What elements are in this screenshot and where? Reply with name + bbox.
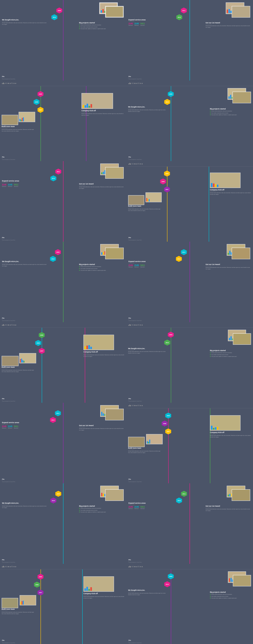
slide-5-2: timeline 2009 2010 We boug xyxy=(126,322,253,403)
year-2007-l: 2007 xyxy=(37,107,43,113)
slide-3-1: 2011 2013 Expand service areas 2145biben… xyxy=(0,161,126,242)
left-expand: Expand service areas 2145bibendum 2145bi… xyxy=(128,19,174,26)
vline-purple xyxy=(63,0,63,80)
stats-expand: 2145bibendum 2145bibendum 5411bibendum xyxy=(128,22,174,26)
slide-footer-2: Pitc h Good template for Great Pitch. xyxy=(128,76,142,80)
year-2005-l: 2005 xyxy=(37,91,43,97)
vline-pink-3 xyxy=(63,161,63,242)
timeline-header-1: timeline xyxy=(0,80,126,86)
year-2013-3: 2013 xyxy=(50,175,56,181)
build-team-section: Build more team Aenean lacinia bibendum … xyxy=(1,112,35,132)
title-big-projects-r: Big projects started xyxy=(210,108,252,110)
bullets-big-projects: Aenean lacinia bibendum nulla sed consec… xyxy=(79,24,125,30)
title-expand: Expand service areas xyxy=(128,19,174,21)
expand-3-content: Expand service areas 2145bibendum 2145bi… xyxy=(2,180,47,187)
right-award: Got our 1st Award Aenean lacinia bibendu… xyxy=(206,22,251,28)
title-kickoff: Company Kick-off xyxy=(81,110,125,112)
year-2011: 2011 xyxy=(181,8,187,14)
row-6: 2011 2013 Expand service areas 2145biben… xyxy=(0,403,253,483)
slide-6-1: 2011 2013 Expand service areas 2145biben… xyxy=(0,403,126,483)
slide-7-2: 2011 2013 Expand service areas 2145biben… xyxy=(126,483,253,564)
company-kickoff-section: Company Kick-off Aenean lacinia bibendum… xyxy=(81,93,125,116)
timeline-icon-3 xyxy=(128,163,131,165)
slide-5-1: timeline 2005 2006 2007 xyxy=(0,322,126,403)
timeline-label-1: timeline xyxy=(5,82,17,84)
slide-7-1: 2009 2010 We bought micro,inc. Aenean la… xyxy=(0,483,126,564)
big-projects-r: Big projects started Aenean lacinia bibe… xyxy=(210,108,252,116)
slide-footer-4: Pitc h Good template for Great Pitch. xyxy=(128,156,142,160)
timeline-label-2: timeline xyxy=(132,82,143,84)
row-2: timeline 2005 2006 2007 xyxy=(0,80,253,161)
body-we-bought: Aenean lacinia bibendum nulla sed consec… xyxy=(2,22,47,25)
slide-3-2: timeline 2005 2006 2007 xyxy=(126,161,253,242)
row-8: timeline 2005 2006 2007 xyxy=(0,564,253,644)
right-content: Big projects started Aenean lacinia bibe… xyxy=(79,22,125,30)
row-1: 2009 2010 We bought micro,inc. Aenean la… xyxy=(0,0,253,80)
page-wrapper: 2009 2010 We bought micro,inc. Aenean la… xyxy=(0,0,253,644)
slide-8-2: timeline 2009 2010 We boug xyxy=(126,564,253,644)
timeline-icon-2 xyxy=(128,82,131,84)
slide-footer-3: Pitc h Good template for Great Pitch. xyxy=(2,156,15,160)
slide-footer-5: Pitc h Good template for Great Pitch. xyxy=(2,237,15,241)
vline-green-left xyxy=(40,86,41,161)
year-2010-r: 2010 xyxy=(164,99,170,105)
row-3: 2011 2013 Expand service areas 2145biben… xyxy=(0,161,253,242)
title-award: Got our 1st Award xyxy=(206,22,251,24)
year-2009-r: 2009 xyxy=(168,91,174,97)
slide-1-1: 2009 2010 We bought micro,inc. Aenean la… xyxy=(0,0,126,80)
slide-6-2: timeline 2005 2006 2007 xyxy=(126,403,253,483)
title-we-bought: We bought micro,inc. xyxy=(2,19,47,21)
slide-2-1: timeline 2005 2006 2007 xyxy=(0,80,126,161)
left-content: We bought micro,inc. Aenean lacinia bibe… xyxy=(2,19,47,25)
year-2009: 2009 xyxy=(56,8,62,14)
row-4: 2009 2010 We bought micro,inc. Aenean la… xyxy=(0,242,253,322)
vline-teal xyxy=(190,0,190,80)
row-5: timeline 2005 2006 2007 xyxy=(0,322,253,403)
year-2006-l: 2006 xyxy=(34,99,39,105)
year-2013: 2013 xyxy=(176,14,182,20)
timeline-header-3: timeline xyxy=(126,161,253,167)
title-big-projects: Big projects started xyxy=(79,22,125,24)
year-2010: 2010 xyxy=(51,14,57,20)
timeline-icon-1 xyxy=(2,82,4,84)
slide-4-1: 2009 2010 We bought micro,inc. Aenean la… xyxy=(0,242,126,322)
timeline-header-2: timeline xyxy=(126,80,253,86)
slide-4-2: 2011 2013 Expand service areas 2145biben… xyxy=(126,242,253,322)
vline-teal-r xyxy=(171,86,171,161)
title-we-bought-r: We bought micro,inc. xyxy=(128,106,168,108)
we-bought-r: We bought micro,inc. Aenean lacinia bibe… xyxy=(128,106,168,112)
slide-1-2: 2011 2013 Expand service areas 2145biben… xyxy=(126,0,253,80)
year-2011-3: 2011 xyxy=(55,168,61,174)
slide-footer-1: Pitc h Good template for Great Pitch. xyxy=(2,76,15,80)
row-7: 2009 2010 We bought micro,inc. Aenean la… xyxy=(0,483,253,564)
body-award: Aenean lacinia bibendum nulla sed consec… xyxy=(206,25,251,28)
award-3-content: Got our 1st Award Aenean lacinia bibendu… xyxy=(79,183,125,189)
title-build-team: Build more team xyxy=(1,126,35,128)
slide-8-1: timeline 2005 2006 2007 xyxy=(0,564,126,644)
slide-2-2: timeline 2009 2010 xyxy=(126,80,253,161)
